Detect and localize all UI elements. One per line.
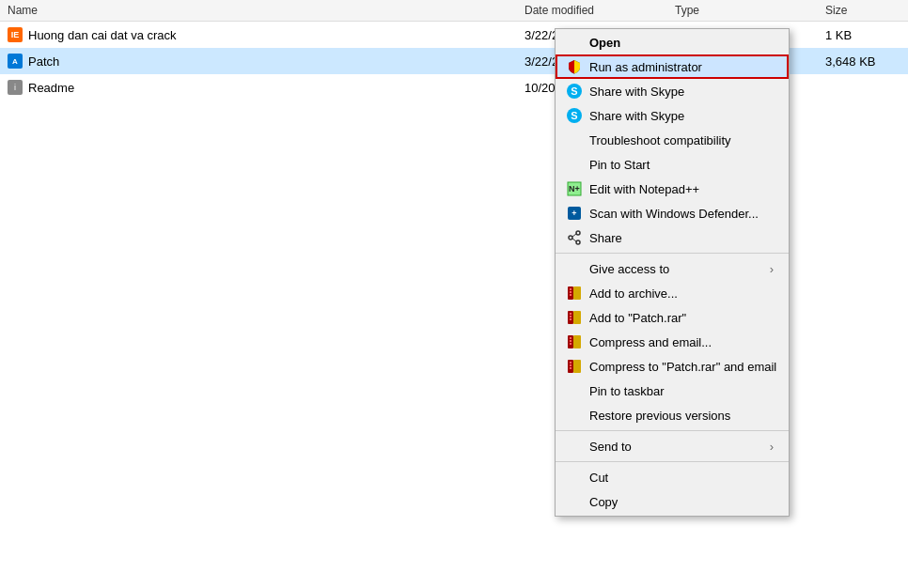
pin-taskbar-icon [567, 383, 582, 398]
svg-text:+: + [571, 209, 576, 218]
menu-item-label: Restore previous versions [589, 409, 730, 423]
separator-3 [556, 461, 789, 462]
menu-item-give-access[interactable]: Give access to › [556, 256, 789, 281]
col-size: Size [825, 4, 900, 17]
svg-rect-27 [573, 360, 581, 373]
menu-item-label: Share with Skype [589, 109, 684, 123]
col-type: Type [675, 4, 825, 17]
svg-rect-28 [570, 362, 571, 364]
svg-text:A: A [12, 57, 18, 66]
file-name-label: Readme [28, 81, 74, 95]
menu-item-copy[interactable]: Copy [556, 489, 789, 514]
menu-item-compress-email[interactable]: Compress and email... [556, 330, 789, 354]
submenu-arrow: › [770, 262, 774, 276]
file-name-cell: i Readme [8, 80, 524, 95]
col-date: Date modified [524, 4, 675, 17]
file-name-label: Huong dan cai dat va crack [28, 28, 177, 42]
share-icon [567, 230, 582, 245]
file-name-cell: A Patch [8, 54, 524, 69]
svg-line-10 [572, 239, 576, 241]
winrar-icon-2 [567, 310, 582, 325]
svg-rect-30 [570, 367, 571, 369]
menu-item-edit-notepad[interactable]: N+ Edit with Notepad++ [556, 177, 789, 201]
svg-rect-19 [570, 316, 571, 317]
menu-item-label: Pin to Start [589, 158, 650, 172]
svg-text:N+: N+ [569, 184, 580, 193]
svg-rect-22 [573, 335, 581, 348]
svg-rect-12 [573, 286, 581, 300]
svg-line-9 [572, 234, 576, 237]
menu-item-cut[interactable]: Cut [556, 465, 789, 489]
svg-rect-14 [570, 291, 571, 293]
separator-2 [556, 430, 789, 431]
pin-start-icon [567, 157, 582, 172]
menu-item-add-patch-rar[interactable]: Add to "Patch.rar" [556, 305, 789, 330]
file-name-label: Patch [28, 54, 59, 69]
menu-item-share-skype-1[interactable]: S Share with Skype [556, 79, 789, 103]
menu-item-open[interactable]: Open [556, 31, 789, 54]
svg-rect-25 [570, 343, 571, 345]
menu-item-run-as-admin[interactable]: Run as administrator [556, 54, 789, 79]
internet-shortcut-icon: IE [8, 27, 23, 42]
svg-rect-13 [570, 288, 571, 290]
menu-item-label: Give access to [589, 262, 669, 276]
svg-rect-20 [570, 318, 571, 320]
menu-item-troubleshoot[interactable]: Troubleshoot compatibility [556, 128, 789, 152]
system-info-icon: i [8, 80, 23, 95]
menu-item-share-skype-2[interactable]: S Share with Skype [556, 103, 789, 128]
svg-rect-17 [573, 311, 581, 324]
col-name: Name [8, 4, 524, 17]
menu-item-label: Troubleshoot compatibility [589, 133, 731, 147]
copy-icon [567, 494, 582, 509]
svg-rect-15 [570, 294, 571, 296]
file-name-cell: IE Huong dan cai dat va crack [8, 27, 524, 42]
restore-icon [567, 408, 582, 423]
menu-item-label: Send to [589, 440, 632, 454]
menu-item-label: Add to "Patch.rar" [589, 311, 686, 325]
winrar-icon-3 [567, 334, 582, 349]
send-to-icon [567, 439, 582, 454]
file-size: 1 KB [825, 28, 900, 42]
svg-rect-18 [570, 313, 571, 315]
separator-1 [556, 253, 789, 254]
menu-item-label: Copy [589, 495, 618, 509]
file-size: 3,648 KB [825, 54, 900, 69]
menu-item-pin-start[interactable]: Pin to Start [556, 152, 789, 177]
skype-icon: S [567, 84, 582, 99]
file-list-header: Name Date modified Type Size [0, 0, 908, 22]
winrar-icon-1 [567, 286, 582, 301]
menu-item-restore-versions[interactable]: Restore previous versions [556, 403, 789, 427]
shield-icon [567, 59, 582, 74]
context-menu: Open Run as administrator S Share with S… [555, 28, 790, 517]
menu-item-label: Scan with Windows Defender... [589, 207, 759, 221]
give-access-icon [567, 261, 582, 276]
svg-rect-23 [570, 337, 571, 339]
winrar-icon-4 [567, 359, 582, 374]
menu-item-scan-defender[interactable]: + Scan with Windows Defender... [556, 201, 789, 225]
menu-item-add-archive[interactable]: Add to archive... [556, 281, 789, 305]
svg-rect-24 [570, 340, 571, 342]
menu-item-compress-patch-email[interactable]: Compress to "Patch.rar" and email [556, 354, 789, 379]
application-icon: A [8, 54, 23, 69]
submenu-arrow-2: › [770, 440, 774, 454]
menu-item-pin-taskbar[interactable]: Pin to taskbar [556, 379, 789, 403]
svg-point-6 [576, 231, 580, 235]
menu-item-label: Share with Skype [589, 85, 684, 99]
menu-item-label: Compress to "Patch.rar" and email [589, 360, 776, 374]
cut-icon [567, 470, 582, 485]
menu-item-label: Share [589, 231, 622, 245]
menu-item-label: Run as administrator [589, 60, 702, 74]
menu-item-label: Add to archive... [589, 286, 678, 301]
svg-point-7 [576, 240, 580, 244]
menu-item-label: Open [589, 36, 620, 50]
svg-point-8 [569, 236, 572, 240]
menu-item-label: Pin to taskbar [589, 384, 665, 398]
defender-icon: + [567, 206, 582, 221]
menu-item-share[interactable]: Share [556, 225, 789, 250]
menu-item-label: Edit with Notepad++ [589, 182, 699, 196]
menu-item-label: Compress and email... [589, 335, 712, 349]
svg-rect-29 [570, 364, 571, 366]
menu-item-send-to[interactable]: Send to › [556, 434, 789, 458]
notepad-icon: N+ [567, 181, 582, 196]
skype-icon-2: S [567, 108, 582, 123]
